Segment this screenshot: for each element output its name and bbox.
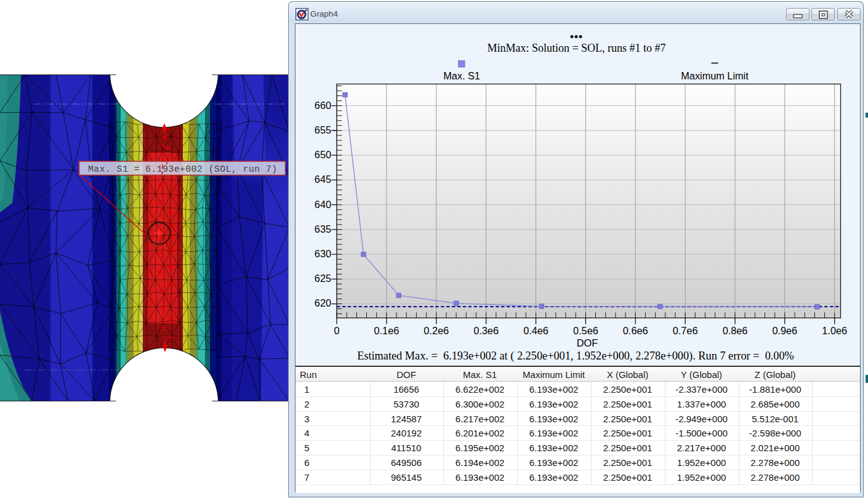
svg-text:640: 640 — [315, 198, 331, 209]
svg-text:0.3e6: 0.3e6 — [473, 324, 499, 335]
svg-text:Estimated Max. = 6.193e+002 a: Estimated Max. = 6.193e+002 at ( 2.250e+… — [357, 349, 794, 362]
svg-text:645: 645 — [315, 174, 331, 185]
svg-text:0.7e6: 0.7e6 — [673, 324, 698, 335]
svg-text:0.2e6: 0.2e6 — [424, 324, 449, 335]
svg-text:1.0e6: 1.0e6 — [822, 324, 847, 335]
svg-text:Max. S1: Max. S1 — [443, 70, 480, 81]
svg-text:0: 0 — [334, 324, 339, 335]
svg-text:620: 620 — [315, 297, 331, 308]
svg-text:Maximum Limit: Maximum Limit — [681, 70, 749, 81]
svg-text:0.8e6: 0.8e6 — [723, 324, 748, 335]
svg-text:MinMax: Solution = SOL, runs #: MinMax: Solution = SOL, runs #1 to #7 — [487, 41, 665, 54]
svg-text:660: 660 — [315, 99, 331, 110]
svg-text:635: 635 — [315, 223, 331, 234]
svg-text:0.1e6: 0.1e6 — [374, 324, 400, 335]
svg-text:DOF: DOF — [577, 337, 598, 348]
svg-text:0.5e6: 0.5e6 — [573, 324, 598, 335]
svg-text:0.4e6: 0.4e6 — [523, 324, 549, 335]
svg-text:0.9e6: 0.9e6 — [772, 324, 797, 335]
svg-text:625: 625 — [315, 273, 331, 284]
svg-text:630: 630 — [315, 247, 331, 259]
svg-text:650: 650 — [315, 149, 331, 160]
svg-text:0.6e6: 0.6e6 — [623, 324, 648, 335]
svg-text:655: 655 — [315, 124, 331, 135]
svg-text:Max. S1 = 6.193e+002 (SOL, ru: Max. S1 = 6.193e+002 (SOL, run 7) — [88, 164, 277, 174]
